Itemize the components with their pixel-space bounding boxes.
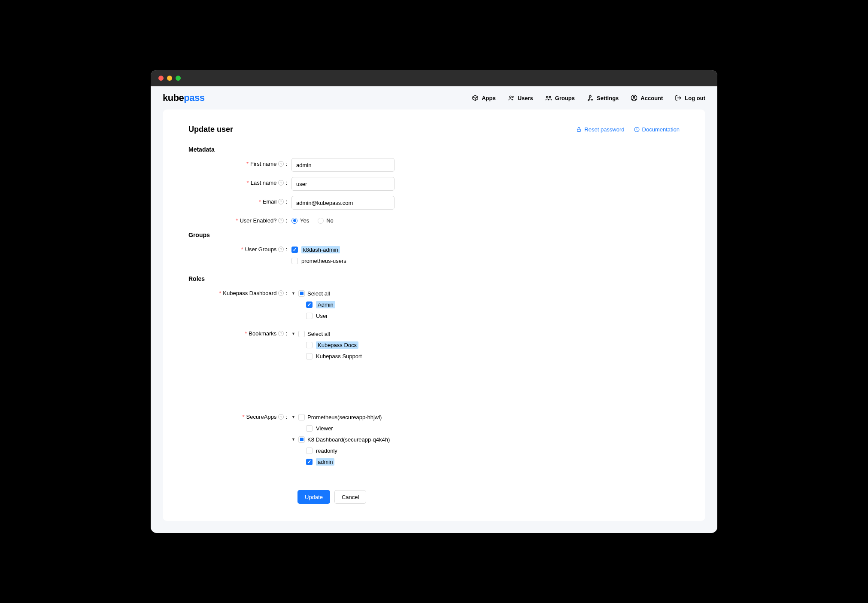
help-icon[interactable]: ? — [278, 218, 284, 223]
role-option[interactable]: Admin — [298, 300, 335, 309]
first-name-input[interactable] — [291, 158, 395, 172]
required-mark: * — [246, 161, 249, 167]
lock-icon — [576, 127, 582, 132]
nav-account[interactable]: Account — [631, 94, 663, 101]
role-option[interactable]: User — [298, 311, 335, 320]
nav-settings[interactable]: Settings — [587, 94, 619, 101]
main-nav: Apps Users Groups Settings — [472, 94, 705, 101]
required-mark: * — [236, 217, 238, 224]
row-secureapps: * SecureApps ? : ▼ Prometheus(secureapp-… — [188, 411, 680, 469]
logo-part1: kube — [163, 92, 184, 103]
label-kubepass-dashboard: * Kubepass Dashboard ? : — [188, 287, 291, 296]
required-mark: * — [242, 414, 244, 420]
caret-down-icon[interactable]: ▼ — [291, 437, 296, 442]
apps-icon — [472, 94, 479, 101]
radio-no[interactable]: No — [318, 217, 334, 224]
row-user-groups: * User Groups ? : k8dash-admin prometheu… — [188, 244, 680, 268]
checkbox-icon — [306, 302, 313, 308]
checkbox-icon — [306, 313, 313, 319]
logo-part2: pass — [184, 92, 204, 103]
label-last-name: * Last name ? : — [188, 177, 291, 186]
docs-icon — [634, 127, 640, 132]
nav-users[interactable]: Users — [508, 94, 533, 101]
caret-down-icon[interactable]: ▼ — [291, 291, 296, 295]
window-minimize-icon[interactable] — [167, 76, 172, 81]
help-icon[interactable]: ? — [278, 290, 284, 296]
row-bookmarks: * Bookmarks ? : ▼ Select all — [188, 328, 680, 363]
settings-icon — [587, 94, 594, 101]
section-metadata: Metadata — [188, 146, 680, 153]
bookmark-option[interactable]: Kubepass Docs — [298, 341, 362, 349]
checkbox-icon — [306, 425, 313, 432]
logout-icon — [675, 94, 682, 101]
checkbox-icon — [298, 290, 305, 297]
account-icon — [631, 94, 637, 101]
row-email: * Email ? : — [188, 196, 680, 210]
topbar: kubepass Apps Users Groups — [151, 86, 717, 110]
form-card: Update user Reset password Documentation — [163, 110, 705, 521]
checkbox-icon — [306, 459, 313, 465]
nav-groups[interactable]: Groups — [545, 94, 575, 101]
group-option[interactable]: k8dash-admin — [291, 245, 346, 254]
label-email: * Email ? : — [188, 196, 291, 205]
caret-down-icon[interactable]: ▼ — [291, 332, 296, 336]
checkbox-icon — [298, 436, 305, 443]
select-all-row[interactable]: ▼ Select all — [291, 289, 335, 298]
nav-account-label: Account — [640, 95, 663, 101]
secureapp-group[interactable]: ▼ Prometheus(secureapp-hhjwl) — [291, 413, 390, 421]
nav-logout[interactable]: Log out — [675, 94, 705, 101]
nav-apps-label: Apps — [482, 95, 496, 101]
page-title: Update user — [188, 125, 233, 134]
secureapp-group[interactable]: ▼ K8 Dashboard(secureapp-q4k4h) — [291, 435, 390, 444]
caret-down-icon[interactable]: ▼ — [291, 415, 296, 419]
update-button[interactable]: Update — [297, 490, 330, 504]
bookmark-option[interactable]: Kubepass Support — [298, 352, 362, 360]
secureapp-role[interactable]: Viewer — [298, 424, 390, 432]
reset-password-label: Reset password — [584, 126, 624, 133]
checkbox-icon — [291, 247, 298, 253]
secureapp-role[interactable]: readonly — [298, 446, 390, 455]
radio-yes[interactable]: Yes — [291, 217, 309, 224]
content-area: Update user Reset password Documentation — [151, 110, 717, 533]
checkbox-icon — [291, 258, 298, 264]
documentation-label: Documentation — [642, 126, 680, 133]
help-icon[interactable]: ? — [278, 247, 284, 252]
nav-apps[interactable]: Apps — [472, 94, 496, 101]
documentation-link[interactable]: Documentation — [634, 126, 680, 133]
select-all-row[interactable]: ▼ Select all — [291, 329, 362, 338]
svg-point-2 — [546, 96, 548, 98]
required-mark: * — [219, 290, 221, 296]
cancel-button[interactable]: Cancel — [334, 490, 366, 504]
required-mark: * — [247, 180, 249, 186]
svg-point-4 — [592, 99, 593, 100]
logo[interactable]: kubepass — [163, 92, 205, 104]
window-close-icon[interactable] — [158, 76, 164, 81]
required-mark: * — [259, 198, 261, 205]
help-icon[interactable]: ? — [278, 161, 284, 167]
email-input[interactable] — [291, 196, 395, 210]
svg-point-1 — [512, 96, 513, 97]
row-first-name: * First name ? : — [188, 158, 680, 172]
last-name-input[interactable] — [291, 177, 395, 191]
secureapp-role[interactable]: admin — [298, 457, 390, 466]
card-header: Update user Reset password Documentation — [188, 125, 680, 134]
nav-users-label: Users — [518, 95, 533, 101]
checkbox-icon — [306, 353, 313, 359]
app-window: kubepass Apps Users Groups — [151, 70, 717, 533]
group-option[interactable]: prometheus-users — [291, 256, 346, 265]
nav-settings-label: Settings — [597, 95, 619, 101]
reset-password-link[interactable]: Reset password — [576, 126, 624, 133]
help-icon[interactable]: ? — [278, 199, 284, 204]
row-enabled: * User Enabled? ? : Yes No — [188, 215, 680, 224]
required-mark: * — [241, 246, 243, 253]
help-icon[interactable]: ? — [278, 331, 284, 336]
label-user-groups: * User Groups ? : — [188, 244, 291, 253]
users-icon — [508, 94, 515, 101]
help-icon[interactable]: ? — [278, 414, 284, 420]
svg-rect-7 — [577, 129, 581, 131]
window-maximize-icon[interactable] — [176, 76, 181, 81]
checkbox-icon — [298, 414, 305, 420]
section-groups: Groups — [188, 231, 680, 238]
help-icon[interactable]: ? — [278, 180, 284, 186]
radio-icon — [291, 218, 297, 224]
